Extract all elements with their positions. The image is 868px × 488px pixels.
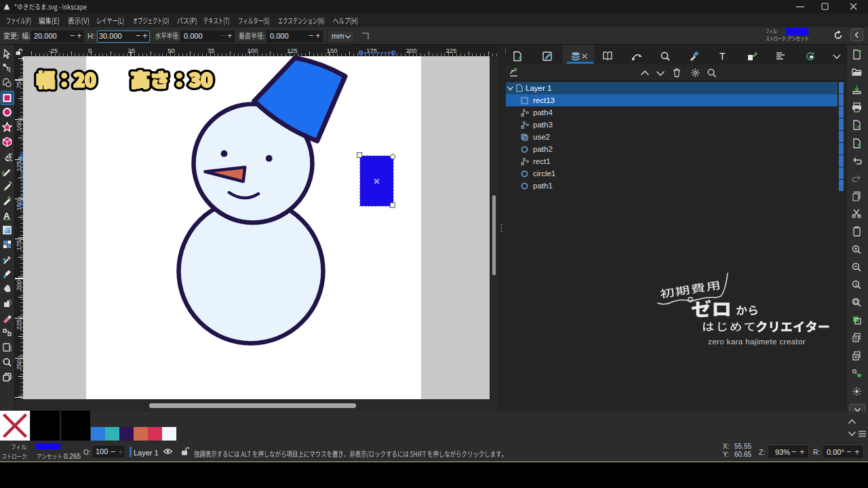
svg-text:A: A (3, 211, 10, 221)
svg-text:1: 1 (855, 282, 858, 287)
svg-text:T: T (719, 51, 726, 62)
